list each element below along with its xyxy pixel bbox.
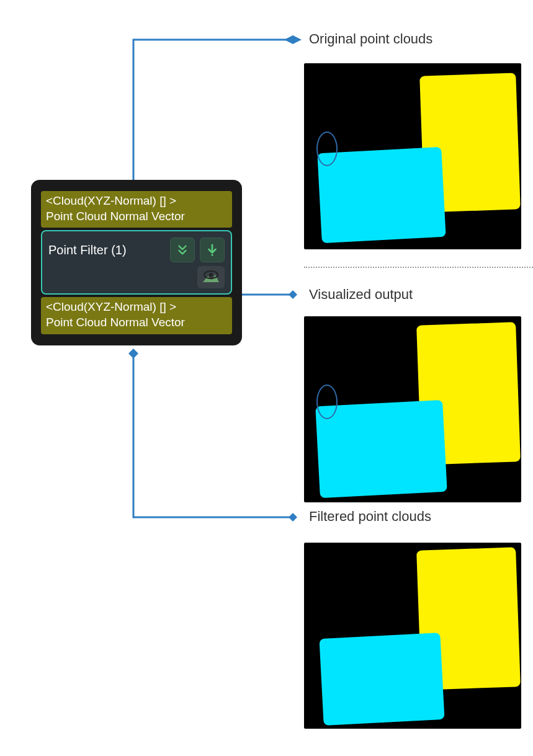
svg-marker-1 — [284, 35, 302, 44]
visualize-output-button[interactable] — [197, 266, 225, 288]
visualized-output-label: Visualized output — [309, 287, 413, 303]
input-port-label: Point Cloud Normal Vector — [46, 209, 227, 225]
cyan-region — [317, 147, 446, 243]
svg-marker-2 — [289, 35, 297, 44]
highlight-ellipse — [316, 131, 338, 166]
svg-point-10 — [209, 273, 213, 277]
download-button[interactable] — [200, 238, 225, 262]
cyan-region — [315, 400, 447, 499]
filtered-preview — [304, 543, 521, 729]
node-body: Point Filter (1) — [41, 230, 232, 295]
expand-down-button[interactable] — [170, 238, 195, 262]
input-port-type: <Cloud(XYZ-Normal) [] > — [46, 193, 227, 209]
eye-view-icon — [202, 270, 220, 285]
highlight-ellipse — [316, 385, 338, 419]
svg-point-8 — [212, 254, 213, 256]
download-arrow-icon — [205, 243, 219, 257]
visualized-preview — [304, 316, 521, 502]
point-filter-node[interactable]: <Cloud(XYZ-Normal) [] > Point Cloud Norm… — [31, 180, 242, 345]
cyan-region — [319, 633, 444, 726]
node-title: Point Filter (1) — [48, 243, 127, 257]
chevron-double-down-icon — [176, 243, 189, 257]
output-port[interactable]: <Cloud(XYZ-Normal) [] > Point Cloud Norm… — [41, 297, 232, 334]
svg-marker-5 — [128, 349, 138, 358]
filtered-point-clouds-label: Filtered point clouds — [309, 509, 431, 525]
output-port-type: <Cloud(XYZ-Normal) [] > — [46, 300, 227, 315]
original-point-clouds-label: Original point clouds — [309, 31, 432, 47]
svg-marker-6 — [289, 513, 297, 522]
input-port[interactable]: <Cloud(XYZ-Normal) [] > Point Cloud Norm… — [41, 191, 232, 228]
output-port-label: Point Cloud Normal Vector — [46, 315, 227, 331]
separator-line — [304, 267, 533, 268]
original-preview — [304, 63, 521, 249]
svg-marker-4 — [289, 290, 297, 299]
